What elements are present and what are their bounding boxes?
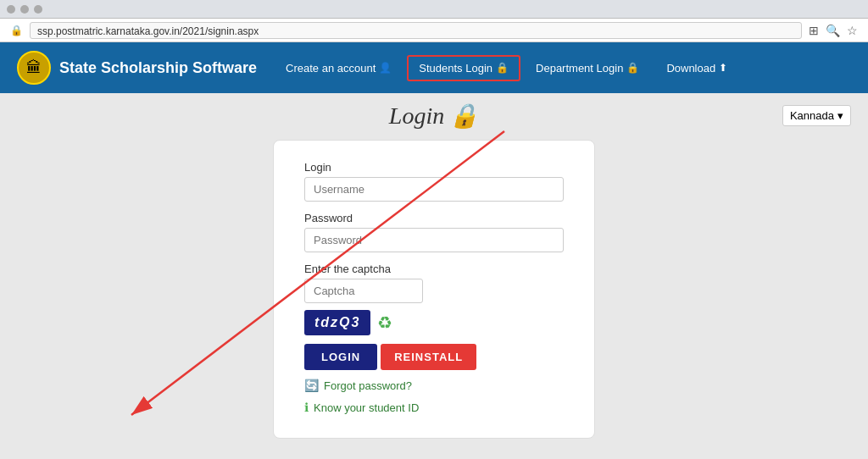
password-input[interactable]	[304, 228, 564, 252]
address-bar: 🔒 ssp.postmatric.karnataka.gov.in/2021/s…	[0, 19, 868, 42]
login-button[interactable]: LOGIN	[304, 344, 377, 370]
translate-icon[interactable]: ⊞	[809, 24, 819, 37]
create-account-nav[interactable]: Create an account 👤	[274, 55, 403, 81]
logo-emblem: 🏛	[17, 51, 51, 85]
browser-chrome	[0, 0, 868, 19]
forgot-password-row: 🔄 Forgot password?	[304, 379, 564, 392]
browser-action-icons: ⊞ 🔍 ☆	[809, 24, 858, 37]
emblem-icon: 🏛	[26, 59, 42, 77]
department-login-label: Department Login	[536, 62, 623, 75]
user-nav-icon: 👤	[379, 62, 392, 74]
password-label: Password	[304, 212, 564, 224]
know-student-id-icon: ℹ	[304, 401, 309, 414]
action-buttons: LOGIN REINSTALL	[304, 344, 564, 370]
site-header: 🏛 State Scholarship Software Create an a…	[0, 42, 868, 93]
login-card: Login Password Enter the captcha tdzQ3 ♻…	[273, 140, 595, 439]
students-login-label: Students Login	[419, 62, 492, 75]
login-heading-text: Login	[389, 102, 444, 130]
login-section-label: Login	[304, 161, 564, 174]
username-input[interactable]	[304, 177, 564, 202]
main-content: Kannada ▾ Login 🔒 Login Password Enter t…	[0, 93, 868, 459]
download-label: Download	[666, 62, 715, 75]
know-student-id-link[interactable]: Know your student ID	[314, 401, 419, 414]
search-browser-icon[interactable]: 🔍	[826, 24, 840, 37]
forgot-password-icon: 🔄	[304, 379, 319, 392]
download-nav[interactable]: Download ⬆	[654, 55, 739, 81]
chevron-down-icon: ▾	[837, 109, 843, 122]
login-heading: Login 🔒	[0, 102, 868, 130]
nav-links: Create an account 👤 Students Login 🔒 Dep…	[274, 55, 851, 81]
language-label: Kannada	[790, 109, 834, 122]
download-icon: ⬆	[719, 62, 727, 74]
know-student-id-row: ℹ Know your student ID	[304, 401, 564, 414]
lock-heading-icon: 🔒	[449, 102, 479, 130]
site-title: State Scholarship Software	[59, 59, 257, 77]
captcha-row: tdzQ3 ♻	[304, 310, 564, 335]
url-field[interactable]: ssp.postmatric.karnataka.gov.in/2021/sig…	[30, 22, 802, 39]
students-lock-icon: 🔒	[496, 62, 509, 74]
captcha-input[interactable]	[304, 279, 423, 303]
language-selector[interactable]: Kannada ▾	[782, 105, 851, 126]
lock-address-icon: 🔒	[10, 25, 23, 36]
browser-dot-1	[7, 5, 15, 14]
browser-dot-3	[34, 5, 42, 14]
reinstall-button[interactable]: REINSTALL	[381, 344, 476, 370]
department-login-nav[interactable]: Department Login 🔒	[524, 55, 651, 81]
refresh-captcha-icon[interactable]: ♻	[377, 312, 392, 333]
logo-area: 🏛 State Scholarship Software	[17, 51, 257, 85]
captcha-label: Enter the captcha	[304, 263, 564, 275]
create-account-label: Create an account	[286, 62, 376, 75]
browser-dot-2	[20, 5, 29, 14]
dept-lock-icon: 🔒	[626, 62, 639, 74]
star-icon[interactable]: ☆	[847, 24, 858, 37]
captcha-image: tdzQ3	[304, 310, 370, 335]
students-login-nav[interactable]: Students Login 🔒	[407, 55, 520, 81]
forgot-password-link[interactable]: Forgot password?	[324, 379, 412, 392]
